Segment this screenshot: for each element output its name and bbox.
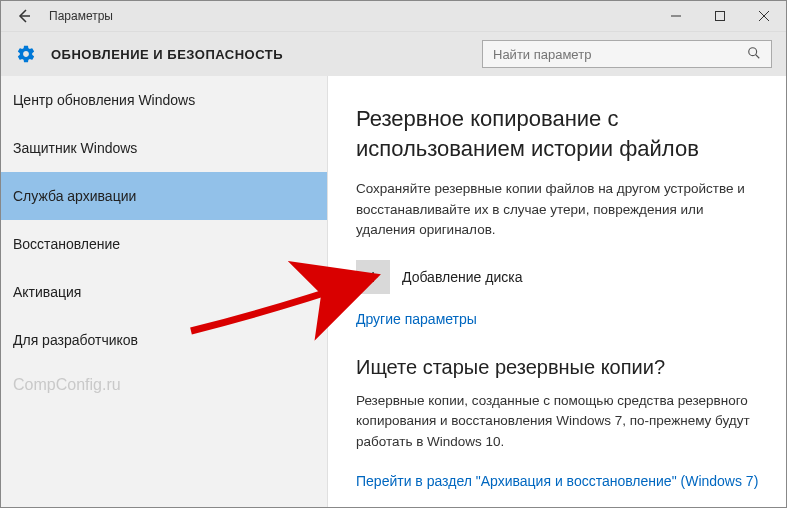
svg-rect-2 xyxy=(716,12,725,21)
sidebar-item-label: Восстановление xyxy=(13,236,120,252)
back-button[interactable] xyxy=(7,1,41,31)
page-heading: Резервное копирование с использованием и… xyxy=(356,104,762,163)
search-input[interactable] xyxy=(491,46,747,63)
sidebar-item-developers[interactable]: Для разработчиков xyxy=(1,316,327,364)
sidebar-item-recovery[interactable]: Восстановление xyxy=(1,220,327,268)
svg-point-5 xyxy=(749,48,757,56)
plus-icon: + xyxy=(356,260,390,294)
sidebar-item-activation[interactable]: Активация xyxy=(1,268,327,316)
legacy-backup-link[interactable]: Перейти в раздел "Архивация и восстановл… xyxy=(356,473,758,489)
add-drive-label: Добавление диска xyxy=(402,269,522,285)
sidebar-item-label: Для разработчиков xyxy=(13,332,138,348)
page-description: Сохраняйте резервные копии файлов на дру… xyxy=(356,179,762,240)
search-icon[interactable] xyxy=(747,46,763,62)
title-bar: Параметры xyxy=(1,1,786,32)
content-pane: Резервное копирование с использованием и… xyxy=(328,76,786,508)
add-drive-button[interactable]: + Добавление диска xyxy=(356,260,762,294)
sidebar-item-label: Активация xyxy=(13,284,81,300)
sidebar-item-label: Центр обновления Windows xyxy=(13,92,195,108)
maximize-button[interactable] xyxy=(698,1,742,31)
sidebar-item-label: Служба архивации xyxy=(13,188,136,204)
legacy-heading: Ищете старые резервные копии? xyxy=(356,356,762,379)
sidebar-item-label: Защитник Windows xyxy=(13,140,137,156)
sidebar-item-backup[interactable]: Служба архивации xyxy=(1,172,327,220)
svg-line-6 xyxy=(756,55,760,59)
more-options-link[interactable]: Другие параметры xyxy=(356,311,477,327)
search-box[interactable] xyxy=(482,40,772,68)
header-bar: ОБНОВЛЕНИЕ И БЕЗОПАСНОСТЬ xyxy=(1,32,786,76)
gear-icon xyxy=(15,43,37,65)
section-title: ОБНОВЛЕНИЕ И БЕЗОПАСНОСТЬ xyxy=(51,47,283,62)
close-button[interactable] xyxy=(742,1,786,31)
legacy-description: Резервные копии, созданные с помощью сре… xyxy=(356,391,762,452)
sidebar-item-defender[interactable]: Защитник Windows xyxy=(1,124,327,172)
minimize-button[interactable] xyxy=(654,1,698,31)
window-title: Параметры xyxy=(49,9,113,23)
sidebar: Центр обновления Windows Защитник Window… xyxy=(1,76,328,508)
sidebar-item-update[interactable]: Центр обновления Windows xyxy=(1,76,327,124)
